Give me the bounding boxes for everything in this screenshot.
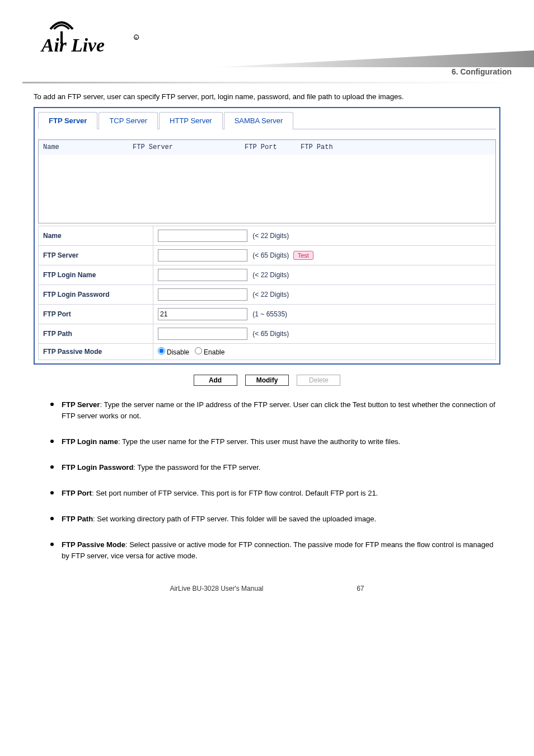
hint-password: (< 22 Digits) [252,291,289,298]
col-path: FTP Path [301,143,491,151]
col-server: FTP Server [133,143,245,151]
desc-ftp-path: FTP Path: Set working directory path of … [50,514,500,525]
label-login-name: FTP Login Name [39,265,153,284]
desc-ftp-server: FTP Server: Type the server name or the … [50,399,500,422]
footer-right: 67 [357,585,364,592]
page-footer: AirLive BU-3028 User's Manual 67 [22,585,512,592]
passive-disable-label: Disable [167,348,189,356]
tab-bar: FTP Server TCP Server HTTP Server SAMBA … [38,111,496,129]
ftp-form: Name (< 22 Digits) FTP Server (< 65 Digi… [38,226,496,360]
passive-enable-label: Enable [204,348,224,356]
login-name-input[interactable] [158,269,247,281]
tab-ftp-server[interactable]: FTP Server [38,112,97,129]
svg-text:R: R [135,36,137,40]
intro-text: To add an FTP server, user can specify F… [22,91,512,102]
desc-login-password: FTP Login Password: Type the password fo… [50,462,500,473]
desc-login-name: FTP Login name: Type the user name for t… [50,436,500,447]
col-port: FTP Port [245,143,301,151]
tab-http-server[interactable]: HTTP Server [159,112,223,129]
page-header: Air Live R [0,0,534,67]
settings-screenshot: FTP Server TCP Server HTTP Server SAMBA … [34,107,500,365]
label-ftp-server: FTP Server [39,245,153,265]
hint-login: (< 22 Digits) [252,271,289,279]
ftp-path-input[interactable] [158,328,247,340]
name-input[interactable] [158,230,247,242]
label-ftp-port: FTP Port [39,304,153,324]
svg-text:Air Live: Air Live [40,35,105,55]
action-buttons: Add Modify Delete [22,375,512,386]
login-password-input[interactable] [158,288,247,301]
header-decor-wedge [198,50,534,67]
label-passive-mode: FTP Passive Mode [39,343,153,360]
desc-ftp-port: FTP Port: Set port number of FTP service… [50,488,500,499]
label-name: Name [39,226,153,245]
accent-line [22,82,512,83]
modify-button[interactable]: Modify [245,375,289,386]
tab-tcp-server[interactable]: TCP Server [99,112,158,129]
test-button[interactable]: Test [293,251,313,260]
footer-left: AirLive BU-3028 User's Manual [170,585,263,592]
hint-path: (< 65 Digits) [252,330,289,338]
delete-button: Delete [297,375,340,386]
add-button[interactable]: Add [194,375,237,386]
tab-samba-server[interactable]: SAMBA Server [224,112,294,129]
list-header: Name FTP Server FTP Port FTP Path [39,140,495,155]
hint-name: (< 22 Digits) [252,232,289,240]
label-ftp-path: FTP Path [39,324,153,343]
col-name: Name [43,143,133,151]
passive-enable-radio[interactable] [195,347,202,354]
label-login-password: FTP Login Password [39,284,153,304]
hint-server: (< 65 Digits) [252,251,289,259]
hint-port: (1 ~ 65535) [252,310,287,318]
airlive-logo: Air Live R [39,11,151,56]
ftp-port-input[interactable] [158,308,247,320]
ftp-server-input[interactable] [158,249,247,262]
desc-passive-mode: FTP Passive Mode: Select passive or acti… [50,539,500,562]
breadcrumb: 6. Configuration [22,67,512,76]
passive-disable-radio[interactable] [158,347,165,354]
description-list: FTP Server: Type the server name or the … [22,399,512,562]
server-list[interactable]: Name FTP Server FTP Port FTP Path [38,139,496,223]
